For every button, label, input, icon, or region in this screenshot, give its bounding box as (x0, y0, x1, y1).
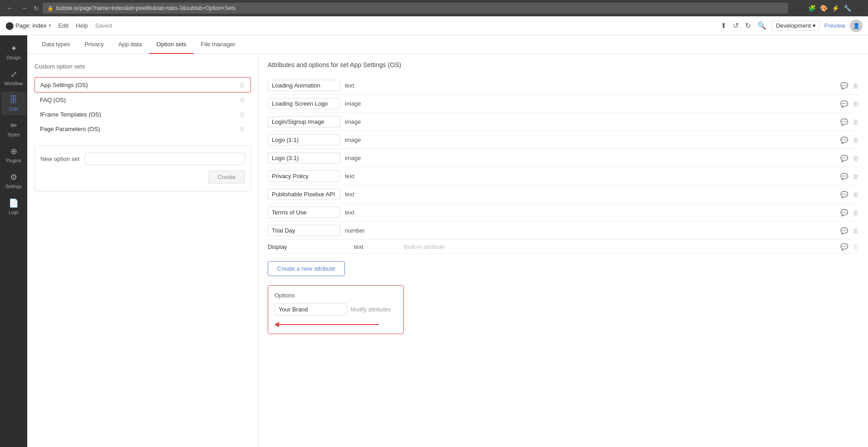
sidebar-item-workflow-label: Workflow (5, 81, 23, 86)
delete-attr-icon[interactable]: 🗑 (853, 209, 859, 216)
sidebar-item-design-label: Design (6, 55, 20, 60)
create-option-set-button[interactable]: Create (208, 170, 245, 184)
comment-icon[interactable]: 💬 (840, 100, 848, 107)
new-option-set-label-text: New option set (40, 155, 79, 162)
delete-attr-icon[interactable]: 🗑 (853, 243, 859, 250)
table-row: Logo (1:1) image 💬 🗑 (268, 131, 859, 149)
options-section: Options Your Brand Modify attributes (268, 285, 404, 334)
tab-file-manager[interactable]: File manager (194, 35, 243, 54)
option-sets-list: App Settings (OS) 🗑 FAQ (OS) 🗑 IFrame Te… (34, 77, 251, 136)
attr-name-loading-animation[interactable]: Loading Animation (268, 80, 340, 91)
delete-attr-icon[interactable]: 🗑 (853, 100, 859, 107)
search-icon[interactable]: 🔍 (756, 20, 767, 31)
attr-actions-privacy-policy: 💬 🗑 (840, 173, 859, 180)
menu-icon[interactable]: ☰ (854, 4, 863, 13)
comment-icon[interactable]: 💬 (840, 118, 848, 126)
option-set-name-app-settings: App Settings (OS) (40, 82, 88, 88)
modify-attributes-button[interactable]: Modify attributes (351, 306, 391, 313)
sidebar-item-plugins[interactable]: ⊕ Plugins (1, 143, 26, 167)
table-row: Publishable Pixelixe API text 💬 🗑 (268, 185, 859, 204)
delete-attr-icon[interactable]: 🗑 (853, 82, 859, 89)
sidebar-item-design[interactable]: ✦ Design (1, 40, 26, 64)
comment-icon[interactable]: 💬 (840, 191, 848, 198)
create-new-attribute-button[interactable]: Create a new attribute (268, 261, 345, 276)
new-option-set-form: New option set (40, 153, 245, 165)
dev-mode-dropdown[interactable]: Development ▾ (772, 20, 820, 31)
upload-icon[interactable]: ⬆ (720, 20, 727, 31)
comment-icon[interactable]: 💬 (840, 227, 848, 234)
red-arrow (275, 322, 397, 327)
comment-icon[interactable]: 💬 (840, 82, 848, 89)
sidebar-item-logs[interactable]: 📄 Logs (1, 194, 26, 219)
attr-type-privacy-policy: text (340, 173, 395, 180)
workflow-icon: ⤢ (10, 69, 17, 79)
page-selector[interactable]: ⬤ Page: index ▾ (5, 21, 51, 30)
delete-app-settings-icon[interactable]: 🗑 (239, 81, 245, 88)
logs-icon: 📄 (9, 198, 19, 208)
tab-app-data[interactable]: App data (111, 35, 149, 54)
attr-type-loading-animation: text (340, 82, 395, 89)
comment-icon[interactable]: 💬 (840, 155, 848, 162)
attr-name-loading-screen-logo[interactable]: Loading Screen Logo (268, 98, 340, 109)
forward-button[interactable]: → (19, 3, 30, 13)
attr-name-privacy-policy[interactable]: Privacy Policy (268, 170, 340, 182)
edit-nav-item[interactable]: Edit (59, 22, 69, 29)
sidebar-item-data-label: Data (9, 107, 18, 112)
option-value-your-brand[interactable]: Your Brand (275, 303, 347, 316)
attr-name-publishable-api[interactable]: Publishable Pixelixe API (268, 189, 340, 200)
ext-icon-3: 🎨 (819, 4, 828, 13)
attr-name-logo-1-1[interactable]: Logo (1:1) (268, 134, 340, 146)
attr-actions-loading-animation: 💬 🗑 (840, 82, 859, 89)
attr-name-logo-3-1[interactable]: Logo (3:1) (268, 152, 340, 164)
undo-icon[interactable]: ↺ (732, 20, 740, 31)
browser-chrome: ← → ↻ 🔒 bubble.io/page?name=index&id=pix… (0, 0, 868, 16)
sidebar: ✦ Design ⤢ Workflow 🗄 Data ✏ Styles ⊕ Pl… (0, 35, 27, 447)
comment-icon[interactable]: 💬 (840, 173, 848, 180)
delete-attr-icon[interactable]: 🗑 (853, 227, 859, 234)
attr-type-login-signup-image: image (340, 118, 395, 125)
delete-page-params-icon[interactable]: 🗑 (239, 125, 245, 132)
sidebar-item-settings-label: Settings (5, 184, 22, 189)
attr-actions-publishable-api: 💬 🗑 (840, 191, 859, 198)
reload-button[interactable]: ↻ (34, 5, 39, 12)
delete-faq-icon[interactable]: 🗑 (239, 96, 245, 103)
delete-attr-icon[interactable]: 🗑 (853, 173, 859, 180)
comment-icon[interactable]: 💬 (840, 243, 848, 250)
attr-name-terms-of-use[interactable]: Terms of Use (268, 207, 340, 218)
sidebar-item-settings[interactable]: ⚙ Settings (1, 169, 26, 193)
option-set-item-iframe[interactable]: IFrame Templates (OS) 🗑 (34, 107, 251, 121)
right-panel: Attributes and options for set App Setti… (259, 54, 868, 447)
option-set-item-page-params[interactable]: Page Parameters (OS) 🗑 (34, 121, 251, 136)
delete-iframe-icon[interactable]: 🗑 (239, 111, 245, 118)
delete-attr-icon[interactable]: 🗑 (853, 155, 859, 162)
attr-name-login-signup-image[interactable]: Login/Signup Image (268, 116, 340, 127)
help-nav-item[interactable]: Help (76, 22, 88, 29)
tab-privacy[interactable]: Privacy (77, 35, 111, 54)
attr-name-trial-day[interactable]: Trial Day (268, 225, 340, 236)
comment-icon[interactable]: 💬 (840, 209, 848, 216)
comment-icon[interactable]: 💬 (840, 136, 848, 144)
delete-attr-icon[interactable]: 🗑 (853, 118, 859, 126)
sidebar-item-data[interactable]: 🗄 Data (1, 92, 26, 115)
address-bar[interactable]: 🔒 bubble.io/page?name=index&id=pixelife&… (43, 3, 788, 14)
option-set-item-faq[interactable]: FAQ (OS) 🗑 (34, 92, 251, 107)
attr-actions-terms-of-use: 💬 🗑 (840, 209, 859, 216)
redo-icon[interactable]: ↻ (744, 20, 752, 31)
user-avatar[interactable]: 👤 (850, 19, 863, 32)
delete-attr-icon[interactable]: 🗑 (853, 136, 859, 144)
preview-button[interactable]: Preview (824, 22, 845, 29)
new-option-set-input[interactable] (85, 153, 245, 165)
left-panel: Custom option sets App Settings (OS) 🗑 F… (27, 54, 259, 447)
attr-type-logo-3-1: image (340, 155, 395, 161)
sidebar-item-styles[interactable]: ✏ Styles (1, 117, 26, 141)
tab-option-sets[interactable]: Option sets (149, 35, 194, 54)
tab-data-types[interactable]: Data types (34, 35, 77, 54)
lock-icon: 🔒 (47, 5, 54, 11)
attr-type-trial-day: number (340, 227, 395, 234)
attr-type-loading-screen-logo: image (340, 100, 395, 107)
back-button[interactable]: ← (5, 3, 15, 13)
delete-attr-icon[interactable]: 🗑 (853, 191, 859, 198)
design-icon: ✦ (10, 44, 17, 53)
sidebar-item-workflow[interactable]: ⤢ Workflow (1, 66, 26, 90)
option-set-item-app-settings[interactable]: App Settings (OS) 🗑 (34, 77, 251, 92)
